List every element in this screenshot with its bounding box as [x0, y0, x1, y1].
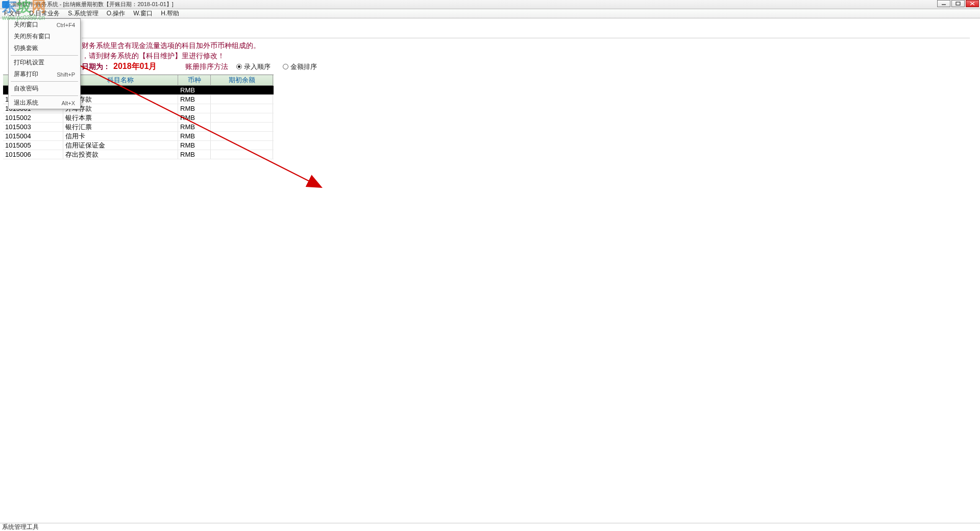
radio-opt2-label: 金额排序	[290, 62, 317, 71]
radio-dot-icon	[283, 64, 288, 69]
menu-item[interactable]: 退出系统Alt+X	[9, 97, 80, 109]
menu-item[interactable]: 屏幕打印Shift+P	[9, 68, 80, 80]
menu-separator	[11, 95, 78, 96]
table-cell: 信用证保证金	[63, 141, 178, 150]
table-cell: RMB	[178, 95, 211, 104]
table-row[interactable]: 1015005信用证保证金RMB	[3, 141, 274, 150]
menu-item[interactable]: 关闭窗口Ctrl+F4	[9, 19, 80, 31]
table-cell: RMB	[178, 132, 211, 140]
content-area: 关闭窗口Ctrl+F4关闭所有窗口切换套账打印机设置屏幕打印Shift+P自改密…	[0, 18, 980, 523]
table-cell	[211, 86, 273, 94]
close-button[interactable]	[966, 0, 979, 7]
col-balance[interactable]: 期初余额	[211, 75, 273, 86]
menu-item-label: 关闭窗口	[14, 20, 38, 29]
window-title: 润商软件-账务系统 - [出纳账册期初数【开账日期：2018-01-01】]	[11, 1, 174, 8]
table-cell	[211, 104, 273, 113]
menu-item-label: 自改密码	[14, 84, 38, 93]
table-cell: 存出投资款	[63, 150, 178, 159]
svg-rect-1	[956, 2, 960, 5]
table-cell: 信用卡	[63, 132, 178, 140]
menu-item[interactable]: 关闭所有窗口	[9, 31, 80, 42]
table-cell: RMB	[178, 141, 211, 150]
date-label: 日期为：	[82, 62, 110, 71]
table-cell	[211, 123, 273, 131]
window-controls	[937, 0, 979, 7]
table-cell: 1015004	[3, 132, 63, 140]
menu-separator	[11, 81, 78, 82]
menu-item-shortcut: Shift+P	[57, 71, 75, 78]
table-cell	[211, 95, 273, 104]
menu-item-shortcut: Alt+X	[61, 100, 75, 106]
radio-dot-icon	[236, 64, 242, 69]
table-cell: 银行本票	[63, 113, 178, 122]
menu-item[interactable]: 自改密码	[9, 83, 80, 94]
titlebar: 润商软件-账务系统 - [出纳账册期初数【开账日期：2018-01-01】]	[0, 0, 980, 9]
table-row[interactable]: 1015006存出投资款RMB	[3, 150, 274, 159]
table-cell: 银行汇票	[63, 123, 178, 131]
table-cell: 1015003	[3, 123, 63, 131]
menu-item[interactable]: 打印机设置	[9, 57, 80, 68]
menu-operate[interactable]: O.操作	[103, 9, 130, 18]
menu-item-label: 打印机设置	[14, 58, 44, 67]
menu-item-label: 切换套账	[14, 44, 38, 53]
menu-item-label: 关闭所有窗口	[14, 32, 51, 41]
col-currency[interactable]: 币种	[178, 75, 211, 86]
menu-window[interactable]: W.窗口	[129, 9, 157, 18]
radio-opt1-label: 录入顺序	[244, 62, 271, 71]
table-cell	[211, 132, 273, 140]
table-cell: RMB	[178, 113, 211, 122]
sort-label: 账册排序方法	[185, 62, 228, 71]
radio-entry-order[interactable]: 录入顺序	[236, 62, 271, 71]
menu-file[interactable]: F.文件	[0, 9, 25, 18]
table-cell	[211, 150, 273, 159]
menu-help[interactable]: H.帮助	[157, 9, 183, 18]
menu-separator	[11, 55, 78, 56]
menubar: F.文件 D.日常业务 S.系统管理 O.操作 W.窗口 H.帮助	[0, 9, 980, 18]
table-row[interactable]: 1015004信用卡RMB	[3, 132, 274, 141]
table-cell: 1015005	[3, 141, 63, 150]
table-cell	[211, 141, 273, 150]
statusbar: 系统管理工具	[0, 523, 980, 531]
radio-amount-order[interactable]: 金额排序	[283, 62, 317, 71]
maximize-button[interactable]	[951, 0, 965, 7]
date-value: 2018年01月	[113, 61, 157, 72]
status-text: 系统管理工具	[2, 523, 39, 531]
table-row[interactable]: 1015002银行本票RMB	[3, 113, 274, 123]
hint-line1: 财务系统里含有现金流量选项的科目加外币币种组成的。	[82, 40, 970, 51]
table-cell: RMB	[178, 150, 211, 159]
menu-system[interactable]: S.系统管理	[64, 9, 102, 18]
table-cell	[211, 113, 273, 122]
menu-daily[interactable]: D.日常业务	[25, 9, 64, 18]
table-cell: 1015002	[3, 113, 63, 122]
date-sort-row: 日期为： 2018年01月 账册排序方法 录入顺序 金额排序	[82, 61, 326, 72]
file-dropdown: 关闭窗口Ctrl+F4关闭所有窗口切换套账打印机设置屏幕打印Shift+P自改密…	[8, 18, 81, 109]
table-cell: RMB	[178, 104, 211, 113]
hint-line2: ，请到财务系统的【科目维护】里进行修改！	[82, 51, 970, 61]
menu-item-shortcut: Ctrl+F4	[57, 22, 75, 28]
menu-item[interactable]: 切换套账	[9, 42, 80, 54]
hint-text: 财务系统里含有现金流量选项的科目加外币币种组成的。 ，请到财务系统的【科目维护】…	[82, 38, 970, 61]
menu-item-label: 屏幕打印	[14, 70, 38, 79]
table-cell: RMB	[178, 86, 211, 94]
table-row[interactable]: 1015003银行汇票RMB	[3, 123, 274, 132]
minimize-button[interactable]	[937, 0, 950, 7]
table-cell: RMB	[178, 123, 211, 131]
app-icon	[2, 1, 9, 8]
menu-item-label: 退出系统	[14, 99, 38, 107]
table-cell: 1015006	[3, 150, 63, 159]
